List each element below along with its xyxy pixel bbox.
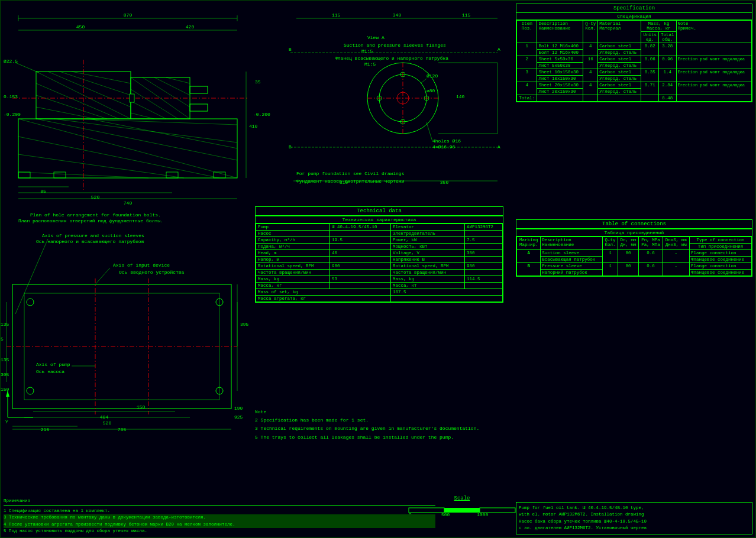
conn-row: A Suction sleeve 1 80 0.6 - Flange conne… [517, 250, 752, 257]
col-units: Units ед. [641, 32, 659, 43]
title-line1: Pump for fuel oil tank. Ш 40-4-19.5/4Б-1… [519, 505, 749, 511]
svg-text:Suction and pressure sleeves f: Suction and pressure sleeves flanges [344, 43, 446, 48]
voltage-value: 380 [464, 250, 502, 257]
svg-text:190: 190 [234, 406, 243, 411]
title-block: Pump for fuel oil tank. Ш 40-4-19.5/4Б-1… [516, 502, 752, 534]
col-material: Material Материал [598, 21, 641, 43]
mass-value: 53 [330, 276, 391, 283]
voltage-label-ru: Напряжение В [390, 257, 464, 263]
bottom-note-3: 4 После установки агрегата произвести по… [4, 521, 435, 528]
tech-title-ru: Техническая характеристика [256, 216, 503, 223]
col-total: Total общ. [658, 32, 676, 43]
svg-text:215: 215 [41, 427, 50, 432]
rot-value: 980 [330, 263, 391, 270]
svg-text:View A: View A [367, 35, 385, 40]
svg-text:Axis of pressure and suction s: Axis of pressure and suction sleeves [42, 233, 144, 238]
svg-text:A: A [497, 47, 500, 52]
svg-text:Plan of hole arrangement for f: Plan of hole arrangement for foundation … [30, 212, 161, 218]
svg-text:0.153: 0.153 [4, 94, 18, 99]
conn-col-type-ru: Тип присоединения [689, 244, 751, 250]
conn-col-dnxs: DnxS, mm ДнхS, мм [663, 237, 689, 250]
svg-text:Фундамент насоса смотрительные: Фундамент насоса смотрительные чертежи [296, 179, 405, 184]
col-item: Item Поз. [517, 21, 537, 43]
title-line3: Насос бака сбора утечек топлива Ш40-4-19… [519, 518, 749, 525]
spec-row: Total: 8.48 [517, 95, 752, 102]
svg-text:135: 135 [1, 357, 9, 362]
conn-col-description: Description Наименование [541, 237, 603, 250]
elevator-label-ru: Электродвигатель [390, 231, 464, 237]
mass-label-ru: Масса, кг [256, 283, 330, 289]
capacity-label: Capacity, m³/h [256, 237, 330, 244]
svg-text:115: 115 [332, 12, 341, 18]
rot2-label: Rotational speed, RPM [390, 263, 464, 270]
col-mass-header: Mass, kg Масса, кг [641, 21, 676, 32]
spec-row: 3 Sheet 10x150x30 4 Carbon steel 0.35 1.… [517, 69, 752, 76]
col-qty: Q-ty Кол. [583, 21, 598, 43]
head-value: 40 [330, 250, 391, 257]
conn-col-qty: Q-ty Кол. [603, 237, 618, 250]
conn-col-marking: Marking Маркир. [517, 237, 541, 250]
svg-text:925: 925 [234, 414, 243, 420]
mass-set-label: Mass of set, kg [256, 289, 391, 296]
svg-text:Ø22.5: Ø22.5 [4, 59, 18, 64]
voltage-label: Voltage, V [390, 250, 464, 257]
svg-rect-32 [130, 94, 134, 102]
svg-text:Ось напорного и всасывающего п: Ось напорного и всасывающего патрубков [36, 239, 144, 244]
svg-text:-0.200: -0.200 [4, 112, 21, 117]
svg-text:870: 870 [124, 12, 133, 18]
svg-text:484: 484 [100, 414, 109, 420]
svg-text:-0.200: -0.200 [253, 112, 270, 117]
pump-value: Ш 40-4-19.5/4Б-10 [330, 224, 391, 231]
spec-row: 1 Bolt 12 M16x400 4 Carbon steel 0.82 3.… [517, 43, 752, 50]
spec-subtitle-ru: Спецификация [516, 13, 752, 20]
svg-text:ø80: ø80 [427, 88, 435, 93]
power-label-ru: Мощность, кВт [390, 244, 464, 250]
svg-text:340: 340 [393, 12, 402, 18]
svg-text:115: 115 [462, 12, 471, 18]
svg-text:Фланец всасывающего и напорног: Фланец всасывающего и напорного патрубка [335, 56, 448, 61]
svg-text:140: 140 [456, 94, 465, 99]
tech-title: Technical data [256, 207, 503, 216]
bottom-notes: Примечания 1 Спецификация составлена на … [4, 498, 435, 534]
connections-title-ru: Таблица присоединений [516, 229, 752, 236]
svg-text:5: 5 [1, 336, 4, 342]
spec-title: Specification [516, 4, 752, 13]
plan-view-drawing: Plan of hole arrangement for foundation … [1, 208, 255, 432]
svg-text:Y: Y [5, 419, 8, 424]
bottom-note-4: 5 Под насос установить поддоны для сбора… [4, 528, 435, 534]
svg-text:305: 305 [1, 372, 9, 377]
spec-row: 2 Sheet 5x50x30 16 Carbon steel 0.06 0.9… [517, 56, 752, 63]
svg-text:740: 740 [124, 200, 133, 206]
specification-table: Specification Спецификация Item Поз. Des… [516, 4, 752, 102]
mass-label: Mass, kg [256, 276, 330, 283]
rot2-value: 980 [464, 263, 502, 270]
note-2: 3 Technical requirements on mounting are… [255, 425, 503, 432]
svg-text:M1:5: M1:5 [361, 48, 373, 54]
svg-text:500: 500 [441, 512, 450, 517]
connections-title: Table of connections [516, 220, 752, 229]
connections-table: Table of connections Таблица присоединен… [516, 219, 752, 277]
svg-text:450: 450 [76, 24, 85, 30]
rot2-label-ru: Частота вращения/мин [390, 270, 464, 276]
conn-col-dn: Dn, mm Дн, мм [618, 237, 638, 250]
mass-set-label-ru: Масса агрегата, кг [256, 296, 391, 302]
svg-text:1000: 1000 [477, 512, 488, 517]
note-1: 2 Specification has been made for 1 set. [255, 417, 503, 423]
col-description: Description Наименование [537, 21, 583, 43]
mass2-label: Mass, kg [390, 276, 464, 283]
notes-header: Note [255, 409, 503, 415]
capacity-label-ru: Подача, м³/ч [256, 244, 330, 250]
svg-text:410: 410 [249, 124, 258, 129]
svg-text:395: 395 [240, 322, 249, 327]
notes-section: Note 2 Specification has been made for 1… [255, 409, 503, 442]
bottom-note-1: 1 Спецификация составлена на 1 комплект. [4, 508, 435, 514]
elevator-label: Elevator [390, 224, 464, 231]
bottom-notes-header: Примечания [4, 498, 435, 506]
svg-text:A: A [497, 144, 500, 150]
svg-text:520: 520 [91, 195, 100, 200]
rot-label-ru: Частота вращения/мин [256, 270, 330, 276]
top-view-drawing: 870 450 420 410 85 520 740 Ø22.5 0.153 -… [1, 1, 509, 208]
power-value: 7.5 [464, 237, 502, 244]
title-line2: with el. motor АИР132М6Т2. Installation … [519, 511, 749, 518]
capacity-value: 19.5 [330, 237, 391, 244]
